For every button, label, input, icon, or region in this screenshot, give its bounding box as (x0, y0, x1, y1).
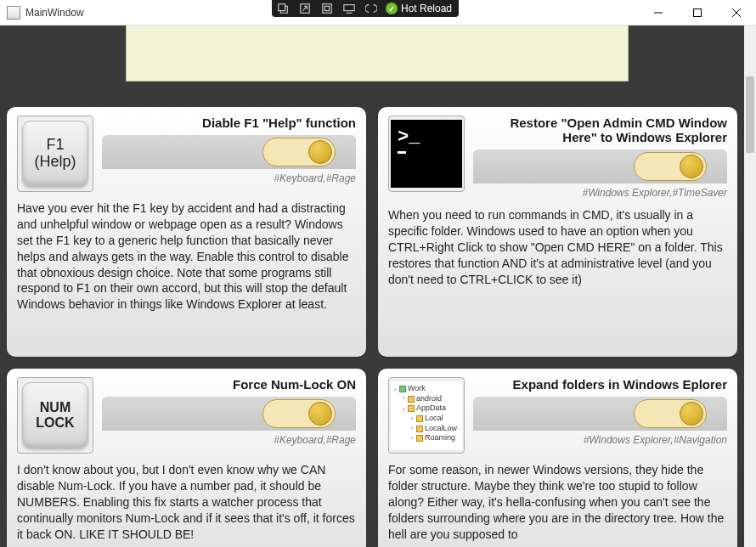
toggle-switch[interactable] (634, 152, 707, 181)
numlock-key-icon: NUM LOCK (17, 377, 93, 454)
toggle-track (102, 397, 356, 431)
debug-btn-4[interactable] (338, 0, 360, 17)
card-tags: #Keyboard,#Rage (102, 172, 356, 184)
f1-key-icon: F1 (Help) (17, 116, 93, 192)
card-title: Force Num-Lock ON (102, 377, 356, 392)
card-body: When you need to run commands in CMD, it… (388, 207, 727, 287)
scrollbar-thumb[interactable] (746, 76, 754, 153)
toggle-switch[interactable] (262, 138, 336, 166)
toggle-switch[interactable] (262, 399, 336, 428)
debug-btn-2[interactable] (294, 0, 316, 17)
client-area: F1 (Help) Diable F1 "Help" function #Key… (0, 25, 744, 547)
card-tags: #Windows Explorer,#TimeSaver (473, 187, 727, 199)
svg-rect-5 (694, 8, 702, 16)
toggle-track (473, 149, 727, 183)
hot-reload-label: Hot Reload (401, 3, 452, 14)
card-title: Restore "Open Admin CMD Window Here" to … (473, 116, 727, 144)
cmd-icon: >_ (388, 116, 465, 192)
toggle-track (102, 135, 356, 169)
app-icon (7, 6, 20, 20)
card-title: Diable F1 "Help" function (102, 116, 356, 130)
maximize-button[interactable] (678, 0, 717, 25)
card-body: Have you ever hit the F1 key by accident… (17, 200, 356, 313)
card-title: Expand folders in Windows Eplorer (473, 377, 727, 392)
svg-rect-4 (344, 5, 354, 11)
debug-btn-5[interactable] (360, 0, 382, 17)
check-icon: ✓ (386, 3, 398, 14)
folder-tree-icon: ⌄Work ›android ⌄AppData ›Local ›LocalLow… (388, 377, 465, 454)
debug-btn-3[interactable] (316, 0, 338, 17)
card-expand-folders: ⌄Work ›android ⌄AppData ›Local ›LocalLow… (378, 369, 737, 547)
svg-rect-0 (279, 4, 285, 11)
banner (126, 25, 629, 82)
card-numlock: NUM LOCK Force Num-Lock ON #Keyboard,#Ra… (7, 369, 366, 547)
card-body: For some reason, in newer Windows versio… (388, 462, 727, 542)
minimize-button[interactable] (639, 0, 678, 25)
debug-toolbar: ✓ Hot Reload (272, 0, 459, 17)
hot-reload-button[interactable]: ✓ Hot Reload (382, 0, 459, 17)
svg-rect-3 (324, 6, 329, 10)
card-admin-cmd: >_ Restore "Open Admin CMD Window Here" … (378, 107, 737, 357)
card-disable-f1: F1 (Help) Diable F1 "Help" function #Key… (7, 107, 366, 357)
card-body: I don't know about you, but I don't even… (17, 462, 356, 542)
card-tags: #Windows Explorer,#Navigation (473, 434, 727, 446)
card-tags: #Keyboard,#Rage (102, 434, 356, 446)
toggle-track (473, 397, 727, 431)
svg-rect-2 (323, 4, 332, 14)
window-title: MainWindow (25, 7, 84, 19)
vertical-scrollbar[interactable] (744, 25, 756, 547)
close-button[interactable] (717, 0, 756, 25)
toggle-switch[interactable] (634, 399, 707, 428)
debug-btn-1[interactable] (272, 0, 294, 17)
card-grid: F1 (Help) Diable F1 "Help" function #Key… (7, 107, 737, 547)
